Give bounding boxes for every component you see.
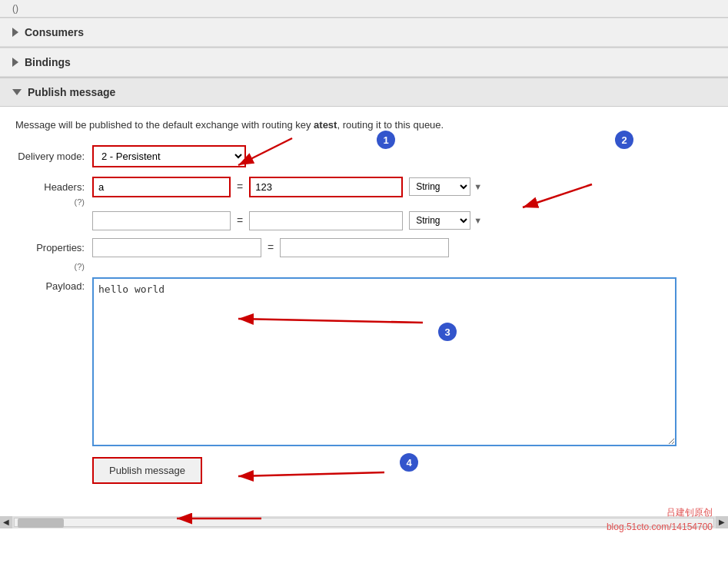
bindings-section: Bindings bbox=[0, 48, 728, 78]
headers-label: Headers: bbox=[15, 181, 92, 193]
scroll-left-arrow[interactable]: ◀ bbox=[0, 516, 12, 528]
payload-label: Payload: bbox=[15, 277, 92, 292]
header2-val-input[interactable] bbox=[249, 211, 403, 230]
publish-body: Message will be published to the default… bbox=[0, 107, 728, 508]
headers-container: Headers: = String Number Boolean ▼ (?) bbox=[15, 177, 713, 235]
header1-val-input[interactable] bbox=[249, 177, 403, 197]
publish-description: Message will be published to the default… bbox=[15, 118, 713, 133]
equals-sign-2: = bbox=[237, 214, 243, 227]
publish-title: Publish message bbox=[28, 86, 115, 98]
scroll-right-arrow[interactable]: ▶ bbox=[716, 516, 728, 528]
properties-help-row: (?) bbox=[15, 262, 713, 271]
consumers-title: Consumers bbox=[25, 26, 84, 38]
headers-help-row: (?) bbox=[15, 197, 713, 207]
routing-key: atest bbox=[314, 119, 337, 131]
bindings-arrow-icon bbox=[12, 58, 18, 67]
scroll-thumb[interactable] bbox=[18, 518, 64, 528]
prop-key-input[interactable] bbox=[92, 238, 261, 257]
header2-key-input[interactable] bbox=[92, 211, 231, 230]
prop-val-input[interactable] bbox=[280, 238, 449, 257]
consumers-arrow-icon bbox=[12, 28, 18, 37]
type-arrow-1: ▼ bbox=[474, 182, 482, 191]
top-partial: () bbox=[0, 0, 728, 18]
page-wrapper: () Consumers Bindings Publish message Me… bbox=[0, 0, 728, 573]
publish-header[interactable]: Publish message bbox=[0, 78, 728, 107]
delivery-mode-select[interactable]: 2 - Persistent 1 - Non-persistent bbox=[92, 145, 246, 167]
header1-type-select[interactable]: String Number Boolean bbox=[409, 177, 470, 196]
payload-row: Payload: hello world bbox=[15, 277, 713, 446]
headers-help-text: (?) bbox=[15, 197, 92, 207]
properties-label: Properties: bbox=[15, 242, 92, 253]
bindings-header[interactable]: Bindings bbox=[0, 48, 728, 77]
consumers-header[interactable]: Consumers bbox=[0, 18, 728, 47]
publish-section: Publish message Message will be publishe… bbox=[0, 78, 728, 508]
equals-sign-3: = bbox=[268, 241, 274, 253]
desc-suffix: , routing it to this queue. bbox=[337, 119, 444, 131]
properties-row: Properties: = bbox=[15, 238, 713, 257]
delivery-mode-row: Delivery mode: 2 - Persistent 1 - Non-pe… bbox=[15, 145, 713, 167]
top-partial-text: () bbox=[12, 3, 18, 14]
payload-textarea[interactable]: hello world bbox=[92, 277, 676, 446]
watermark: 吕建钊原创 blog.51cto.com/14154700 bbox=[607, 505, 713, 535]
consumers-section: Consumers bbox=[0, 18, 728, 48]
header-row-1: Headers: = String Number Boolean ▼ bbox=[15, 177, 713, 197]
equals-sign-1: = bbox=[237, 181, 243, 193]
header1-key-input[interactable] bbox=[92, 177, 231, 197]
publish-btn-row: Publish message bbox=[15, 457, 713, 484]
delivery-mode-label: Delivery mode: bbox=[15, 151, 92, 162]
desc-prefix: Message will be published to the default… bbox=[15, 119, 314, 131]
header2-type-select[interactable]: String Number Boolean bbox=[409, 211, 470, 230]
properties-help-text: (?) bbox=[15, 262, 92, 271]
publish-message-button[interactable]: Publish message bbox=[92, 457, 202, 484]
publish-arrow-icon bbox=[12, 89, 22, 95]
watermark-line2: blog.51cto.com/14154700 bbox=[607, 520, 713, 535]
header-row-2: = String Number Boolean ▼ bbox=[15, 211, 713, 230]
bindings-title: Bindings bbox=[25, 56, 71, 68]
type-arrow-2: ▼ bbox=[474, 216, 482, 225]
watermark-line1: 吕建钊原创 bbox=[607, 505, 713, 520]
